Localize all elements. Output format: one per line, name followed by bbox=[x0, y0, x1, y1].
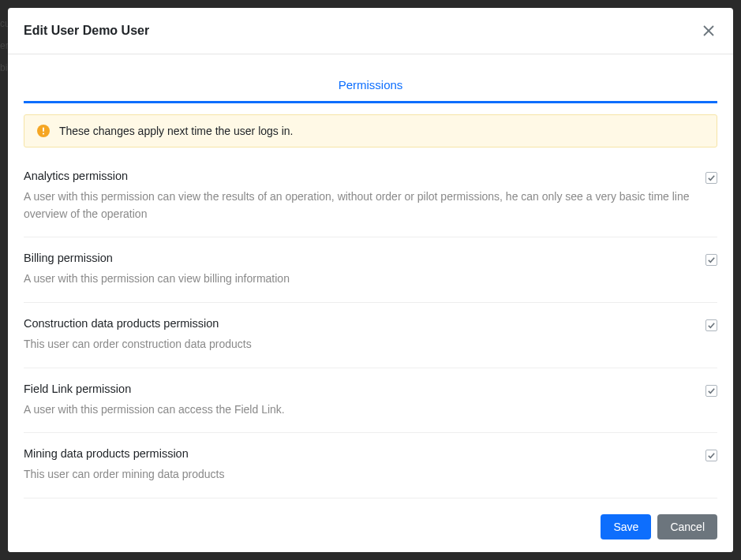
modal-header: Edit User Demo User bbox=[8, 8, 733, 54]
permission-content: Construction data products permission Th… bbox=[24, 317, 690, 353]
tabs: Permissions bbox=[24, 69, 717, 103]
svg-rect-3 bbox=[43, 128, 44, 133]
close-button[interactable] bbox=[700, 22, 717, 39]
close-icon bbox=[703, 25, 714, 36]
permission-title: Mining data products permission bbox=[24, 447, 690, 460]
notice-banner: These changes apply next time the user l… bbox=[24, 114, 717, 147]
permission-row: Operation list permission A user with th… bbox=[24, 498, 717, 502]
notice-text: These changes apply next time the user l… bbox=[59, 125, 294, 137]
permission-content: Field Link permission A user with this p… bbox=[24, 383, 690, 419]
cancel-button[interactable]: Cancel bbox=[657, 514, 717, 539]
permission-checkbox[interactable] bbox=[705, 385, 717, 397]
check-icon bbox=[707, 451, 716, 460]
permission-title: Billing permission bbox=[24, 252, 690, 264]
permission-desc: A user with this permission can view the… bbox=[24, 189, 690, 222]
permission-content: Mining data products permission This use… bbox=[24, 447, 690, 483]
permission-list: Analytics permission A user with this pe… bbox=[24, 170, 717, 502]
permission-title: Construction data products permission bbox=[24, 317, 690, 330]
modal-body: Permissions These changes apply next tim… bbox=[8, 54, 733, 502]
permission-row: Mining data products permission This use… bbox=[24, 433, 717, 498]
permission-row: Field Link permission A user with this p… bbox=[24, 368, 717, 434]
check-icon bbox=[707, 256, 716, 264]
modal-title: Edit User Demo User bbox=[24, 24, 149, 38]
permission-desc: This user can order construction data pr… bbox=[24, 336, 690, 353]
permission-row: Billing permission A user with this perm… bbox=[24, 237, 717, 303]
warning-icon bbox=[37, 125, 50, 137]
permission-checkbox[interactable] bbox=[705, 450, 717, 461]
permission-title: Analytics permission bbox=[24, 170, 690, 182]
check-icon bbox=[707, 386, 716, 395]
tab-permissions[interactable]: Permissions bbox=[24, 69, 717, 103]
permission-content: Analytics permission A user with this pe… bbox=[24, 170, 690, 222]
permission-desc: This user can order mining data products bbox=[24, 466, 690, 483]
check-icon bbox=[707, 174, 716, 182]
permission-content: Billing permission A user with this perm… bbox=[24, 252, 690, 288]
edit-user-modal: Edit User Demo User Permissions These ch… bbox=[8, 8, 733, 552]
svg-point-4 bbox=[43, 133, 44, 134]
modal-footer: Save Cancel bbox=[8, 502, 733, 552]
save-button[interactable]: Save bbox=[601, 514, 651, 539]
permission-row: Analytics permission A user with this pe… bbox=[24, 170, 717, 237]
permission-desc: A user with this permission can view bil… bbox=[24, 271, 690, 288]
check-icon bbox=[707, 321, 716, 330]
permission-checkbox[interactable] bbox=[705, 254, 717, 266]
permission-row: Construction data products permission Th… bbox=[24, 303, 717, 368]
permission-checkbox[interactable] bbox=[705, 319, 717, 331]
permission-desc: A user with this permission can access t… bbox=[24, 401, 690, 419]
permission-checkbox[interactable] bbox=[705, 172, 717, 184]
permission-title: Field Link permission bbox=[24, 383, 690, 395]
